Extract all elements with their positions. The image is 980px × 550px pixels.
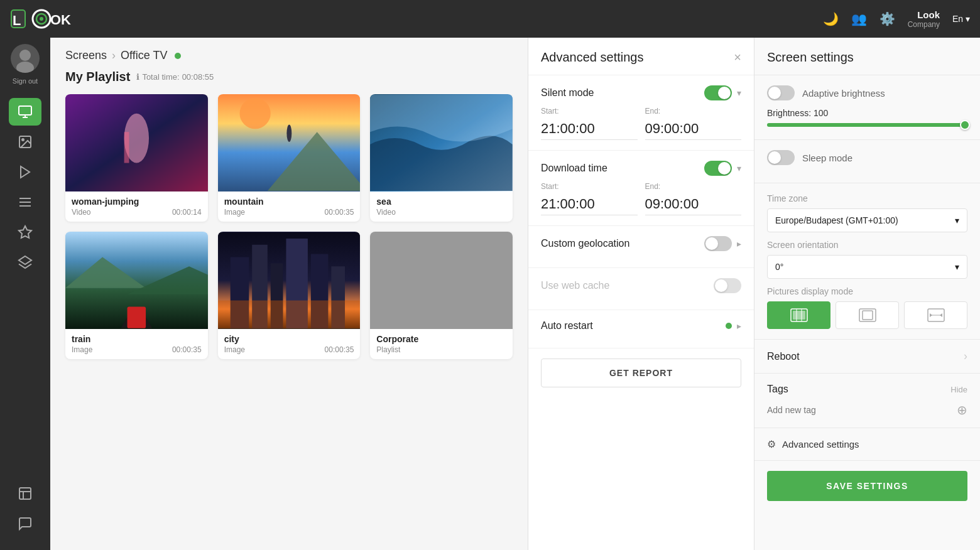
sidebar-item-star[interactable] — [9, 218, 41, 246]
media-info-train: train Image 00:00:35 — [65, 329, 208, 359]
language-selector[interactable]: En ▾ — [952, 14, 970, 24]
custom-geolocation-knob — [705, 237, 718, 250]
download-time-start-input[interactable] — [541, 193, 638, 215]
topbar: L OK 🌙 👥 ⚙️ Look Company En ▾ — [0, 0, 980, 38]
media-duration: 00:00:35 — [325, 208, 354, 217]
download-time-end: End: — [645, 182, 742, 215]
media-type: Video — [376, 208, 395, 217]
silent-mode-start-input[interactable] — [541, 118, 638, 140]
sleep-mode-section: Sleep mode — [754, 140, 980, 183]
get-report-button[interactable]: GET REPORT — [541, 359, 741, 387]
media-card-sea[interactable]: sea Video — [370, 94, 513, 222]
sidebar-item-chat[interactable] — [9, 510, 41, 537]
download-time-toggle[interactable] — [704, 161, 732, 176]
media-card-mountain[interactable]: mountain Image 00:00:35 — [218, 94, 361, 222]
sidebar-item-video[interactable] — [9, 158, 41, 186]
moon-icon[interactable]: 🌙 — [823, 11, 839, 26]
silent-mode-chevron[interactable]: ▾ — [737, 88, 741, 98]
orientation-chevron-icon: ▾ — [955, 262, 959, 272]
orientation-dropdown[interactable]: 0° ▾ — [767, 255, 967, 279]
media-card-train[interactable]: train Image 00:00:35 — [65, 232, 208, 359]
svg-rect-31 — [128, 306, 146, 328]
download-time-chevron[interactable]: ▾ — [737, 163, 741, 173]
download-time-end-input[interactable] — [645, 193, 742, 215]
silent-mode-end-label: End: — [645, 107, 742, 116]
media-name: train — [72, 334, 202, 344]
display-mode-fit-fill[interactable] — [767, 301, 830, 329]
sidebar-item-list[interactable] — [9, 188, 41, 216]
custom-geolocation-toggle[interactable] — [704, 236, 732, 251]
silent-mode-toggle[interactable] — [704, 85, 732, 100]
media-type: Image — [72, 345, 92, 354]
media-thumb-corporate — [370, 232, 513, 329]
sidebar-item-book[interactable] — [9, 480, 41, 507]
media-card-city[interactable]: city Image 00:00:35 — [218, 232, 361, 359]
media-card-corporate[interactable]: Corporate Playlist — [370, 232, 513, 359]
reboot-chevron-icon: › — [964, 350, 967, 363]
silent-mode-row: Silent mode ▾ — [541, 85, 741, 100]
media-type: Image — [224, 208, 245, 217]
media-name: mountain — [224, 197, 354, 207]
sleep-mode-row: Sleep mode — [767, 150, 967, 165]
main-layout: Sign out Screens — [0, 38, 980, 550]
download-time-start: Start: — [541, 182, 638, 215]
svg-point-4 — [40, 17, 43, 21]
save-settings-button[interactable]: SAVE SETTINGS — [767, 471, 967, 501]
avatar — [11, 44, 40, 73]
svg-rect-22 — [124, 132, 129, 163]
tag-add-button[interactable]: ⊕ — [957, 402, 967, 418]
svg-point-7 — [16, 62, 34, 73]
brightness-handle[interactable] — [960, 120, 970, 130]
media-name: sea — [376, 197, 506, 207]
display-mode-fit-contain[interactable] — [836, 301, 899, 329]
timezone-section-title: Time zone — [767, 193, 967, 203]
display-mode-fit-stretch[interactable] — [904, 301, 967, 329]
media-card-woman-jumping[interactable]: woman-jumping Video 00:00:14 — [65, 94, 208, 222]
tags-title: Tags — [767, 384, 788, 395]
media-info-sea: sea Video — [370, 191, 513, 222]
media-duration: 00:00:35 — [172, 345, 202, 354]
sign-out-button[interactable]: Sign out — [13, 77, 38, 85]
topbar-right: 🌙 👥 ⚙️ Look Company En ▾ — [823, 9, 970, 29]
adaptive-brightness-section: Adaptive brightness Brightness: 100 — [754, 75, 980, 140]
svg-rect-17 — [19, 488, 31, 499]
media-grid: woman-jumping Video 00:00:14 — [50, 94, 528, 372]
playlist-header: My Playlist ℹ Total time: 00:08:55 — [50, 67, 528, 94]
tags-hide-button[interactable]: Hide — [950, 385, 967, 394]
silent-mode-end-input[interactable] — [645, 118, 742, 140]
sidebar-item-layers[interactable] — [9, 249, 41, 276]
timezone-dropdown[interactable]: Europe/Budapest (GMT+01:00) ▾ — [767, 208, 967, 232]
media-type: Image — [224, 345, 245, 354]
adaptive-brightness-toggle[interactable] — [767, 85, 795, 100]
media-name: city — [224, 334, 354, 344]
reboot-label: Reboot — [767, 351, 800, 362]
advanced-settings-link[interactable]: ⚙ Advanced settings — [754, 428, 980, 461]
tags-header: Tags Hide — [767, 384, 967, 395]
download-time-end-label: End: — [645, 182, 742, 191]
sidebar-item-images[interactable] — [9, 128, 41, 156]
sliders-icon: ⚙ — [767, 438, 776, 450]
reboot-row[interactable]: Reboot › — [754, 340, 980, 374]
logo: L OK — [10, 6, 85, 31]
auto-restart-chevron[interactable]: ▸ — [737, 321, 741, 331]
users-icon[interactable]: 👥 — [851, 11, 867, 26]
svg-point-26 — [286, 124, 291, 142]
brightness-bar — [767, 123, 967, 127]
custom-geolocation-chevron[interactable]: ▸ — [737, 239, 741, 249]
tag-input[interactable] — [767, 405, 957, 415]
adv-close-button[interactable]: × — [734, 50, 741, 65]
brightness-slider[interactable] — [767, 123, 967, 127]
settings-icon[interactable]: ⚙️ — [879, 11, 895, 26]
auto-restart-row: Auto restart ▸ — [541, 320, 741, 332]
svg-marker-15 — [19, 226, 31, 238]
display-modes — [767, 301, 967, 329]
sleep-mode-knob — [768, 151, 781, 164]
sleep-mode-toggle[interactable] — [767, 150, 795, 165]
media-thumb-woman-jumping — [65, 94, 208, 191]
breadcrumb-parent[interactable]: Screens — [65, 49, 107, 62]
sidebar-item-screens[interactable] — [9, 98, 41, 126]
user-company: Company — [908, 20, 940, 29]
download-time-knob — [718, 162, 731, 175]
web-cache-label: Use web cache — [541, 280, 609, 291]
media-thumb-city — [218, 232, 361, 329]
